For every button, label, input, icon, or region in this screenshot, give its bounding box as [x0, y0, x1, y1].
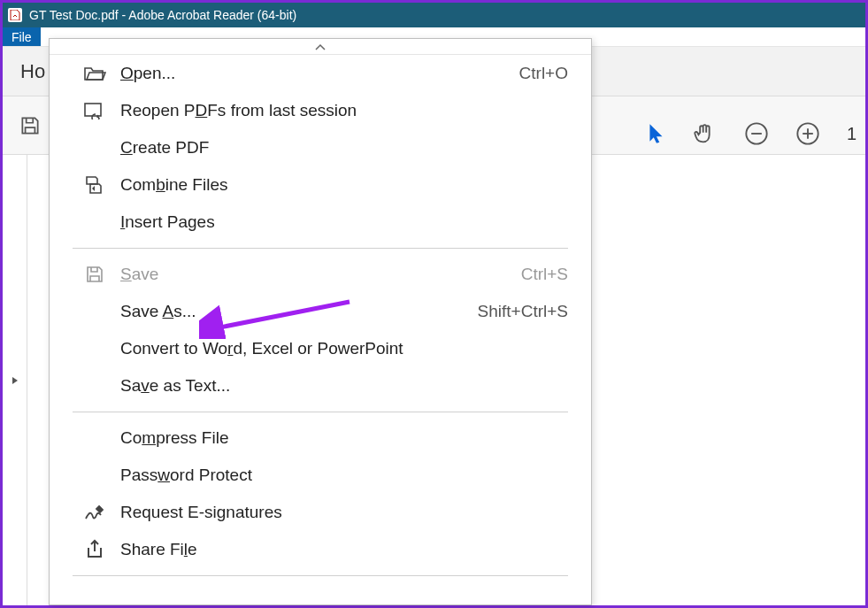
menu-save-as-shortcut: Shift+Ctrl+S: [478, 302, 568, 321]
zoom-in-icon[interactable]: [795, 121, 820, 146]
menu-create-pdf[interactable]: Create PDF: [50, 129, 591, 166]
svg-rect-5: [85, 104, 101, 116]
menu-save-as-label: Save As...: [120, 302, 478, 321]
signature-icon: [81, 502, 108, 523]
menu-password[interactable]: Password Protect: [50, 457, 591, 494]
menu-combine-label: Combine Files: [120, 175, 568, 195]
selection-cursor-icon[interactable]: [647, 122, 666, 145]
menu-reopen[interactable]: Reopen PDFs from last session: [50, 92, 591, 129]
menu-separator: [73, 412, 568, 412]
menu-save-as[interactable]: Save As... Shift+Ctrl+S: [50, 293, 591, 330]
menu-insert-pages[interactable]: Insert Pages: [50, 204, 591, 241]
window-title: GT Test Doc.pdf - Adobe Acrobat Reader (…: [29, 8, 296, 22]
menu-password-label: Password Protect: [120, 466, 568, 485]
side-panel-toggle[interactable]: [3, 155, 27, 605]
menu-save-text-label: Save as Text...: [120, 376, 568, 396]
save-disk-icon: [81, 264, 108, 285]
combine-files-icon: [81, 174, 108, 196]
menu-separator: [73, 575, 568, 576]
menu-open-label: Open...: [120, 64, 519, 83]
hand-pan-icon[interactable]: [693, 121, 718, 146]
menu-share-label: Share File: [120, 540, 568, 559]
zoom-out-icon[interactable]: [744, 121, 769, 146]
menu-esign[interactable]: Request E-signatures: [50, 494, 591, 531]
zoom-level: 1: [847, 124, 856, 144]
menu-convert[interactable]: Convert to Word, Excel or PowerPoint: [50, 330, 591, 367]
menu-convert-label: Convert to Word, Excel or PowerPoint: [120, 339, 568, 358]
menu-open[interactable]: Open... Ctrl+O: [50, 55, 591, 92]
tab-home[interactable]: Ho: [20, 60, 45, 83]
reopen-icon: [81, 100, 108, 121]
menu-compress[interactable]: Compress File: [50, 419, 591, 457]
menu-open-shortcut: Ctrl+O: [519, 64, 568, 83]
menu-save-label: Save: [120, 265, 521, 284]
menu-reopen-label: Reopen PDFs from last session: [120, 101, 568, 120]
menu-save-text[interactable]: Save as Text...: [50, 367, 591, 404]
menu-compress-label: Compress File: [120, 428, 568, 448]
save-icon[interactable]: [19, 114, 42, 137]
folder-open-icon: [81, 63, 108, 84]
right-tools: 1: [647, 107, 865, 160]
share-upload-icon: [81, 539, 108, 560]
pdf-file-icon: [8, 8, 22, 22]
menu-save-shortcut: Ctrl+S: [521, 265, 568, 284]
menu-create-pdf-label: Create PDF: [120, 138, 568, 158]
menu-share[interactable]: Share File: [50, 531, 591, 568]
app-window: GT Test Doc.pdf - Adobe Acrobat Reader (…: [0, 0, 868, 608]
file-menu-dropdown: Open... Ctrl+O Reopen PDFs from last ses…: [49, 38, 592, 605]
menu-separator: [73, 248, 568, 249]
titlebar: GT Test Doc.pdf - Adobe Acrobat Reader (…: [3, 3, 865, 27]
menu-esign-label: Request E-signatures: [120, 503, 568, 522]
menu-insert-pages-label: Insert Pages: [120, 212, 568, 232]
menu-combine[interactable]: Combine Files: [50, 166, 591, 204]
menu-save: Save Ctrl+S: [50, 256, 591, 293]
menu-scroll-up[interactable]: [50, 39, 591, 55]
menu-file[interactable]: File: [3, 27, 41, 46]
